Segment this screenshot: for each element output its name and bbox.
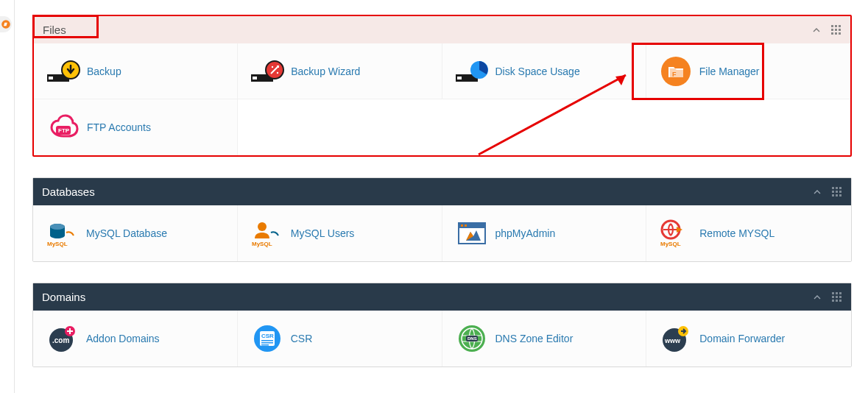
csr-icon: CSR xyxy=(248,324,286,353)
addon-domains-icon: .com xyxy=(43,324,82,353)
svg-point-7 xyxy=(272,66,273,67)
svg-rect-33 xyxy=(261,340,273,341)
item-csr[interactable]: CSR CSR xyxy=(238,311,442,367)
panel-domains-body: .com Addon Domains CSR CSR DNS DNS Zone … xyxy=(33,311,851,367)
svg-point-19 xyxy=(258,222,267,231)
main-content: Files Backup Backup Wizard xyxy=(32,15,852,367)
backup-icon xyxy=(44,57,82,86)
mysql-users-icon: MySQL xyxy=(248,219,286,248)
panel-domains-actions xyxy=(811,291,842,303)
item-file-manager[interactable]: F File Manager xyxy=(646,43,850,99)
item-disk-space-usage-label: Disk Space Usage xyxy=(495,66,580,77)
svg-text:.com: .com xyxy=(52,336,69,344)
cpanel-icon xyxy=(1,19,11,29)
item-ftp-accounts-label: FTP Accounts xyxy=(87,121,151,133)
svg-text:CSR: CSR xyxy=(261,333,274,339)
panel-databases: Databases MySQL MySQL Database MySQL xyxy=(32,177,852,262)
svg-rect-23 xyxy=(461,224,463,227)
item-domain-forwarder[interactable]: www Domain Forwarder xyxy=(646,311,851,367)
item-mysql-database[interactable]: MySQL MySQL Database xyxy=(33,205,238,261)
panel-files: Files Backup Backup Wizard xyxy=(32,15,852,157)
chevron-up-icon[interactable] xyxy=(811,186,823,198)
item-ftp-accounts[interactable]: FTP FTP Accounts xyxy=(34,99,238,155)
svg-rect-35 xyxy=(261,344,269,346)
panel-domains: Domains .com Addon Domains CSR CSR xyxy=(32,283,852,367)
item-backup-wizard[interactable]: Backup Wizard xyxy=(238,43,442,99)
svg-point-8 xyxy=(277,71,278,73)
item-domain-forwarder-label: Domain Forwarder xyxy=(699,333,785,344)
panel-databases-header[interactable]: Databases xyxy=(33,178,851,205)
disk-usage-icon xyxy=(453,57,491,86)
svg-point-17 xyxy=(50,224,65,230)
panel-domains-title: Domains xyxy=(42,291,85,303)
svg-text:MySQL: MySQL xyxy=(252,241,272,247)
item-file-manager-label: File Manager xyxy=(699,66,760,77)
mysql-database-icon: MySQL xyxy=(43,219,82,248)
ftp-accounts-icon: FTP xyxy=(44,113,82,142)
svg-rect-24 xyxy=(465,224,467,227)
svg-text:MySQL: MySQL xyxy=(47,241,68,247)
svg-rect-34 xyxy=(261,342,273,344)
domain-forwarder-icon: www xyxy=(657,324,695,353)
svg-rect-10 xyxy=(457,77,462,79)
phpmyadmin-icon xyxy=(453,219,491,248)
item-phpmyadmin-label: phpMyAdmin xyxy=(495,227,556,239)
svg-rect-2 xyxy=(49,77,53,79)
chevron-up-icon[interactable] xyxy=(811,24,822,36)
item-addon-domains[interactable]: .com Addon Domains xyxy=(33,311,238,367)
svg-text:www: www xyxy=(664,337,681,344)
backup-wizard-icon xyxy=(248,57,286,86)
panel-files-title: Files xyxy=(43,24,66,36)
chevron-up-icon[interactable] xyxy=(811,291,823,303)
item-disk-space-usage[interactable]: Disk Space Usage xyxy=(442,43,646,99)
panel-files-body: Backup Backup Wizard Disk Space Usage xyxy=(34,43,850,155)
drag-handle-icon[interactable] xyxy=(832,292,842,302)
item-dns-zone-editor[interactable]: DNS DNS Zone Editor xyxy=(442,311,647,367)
item-csr-label: CSR xyxy=(291,333,313,344)
drag-handle-icon[interactable] xyxy=(831,25,841,35)
remote-mysql-icon: MySQL xyxy=(657,219,695,248)
item-backup-wizard-label: Backup Wizard xyxy=(291,66,360,77)
item-addon-domains-label: Addon Domains xyxy=(86,333,160,344)
item-dns-zone-editor-label: DNS Zone Editor xyxy=(495,333,574,344)
panel-domains-header[interactable]: Domains xyxy=(33,283,851,311)
item-mysql-users-label: MySQL Users xyxy=(291,227,355,239)
panel-files-header[interactable]: Files xyxy=(34,16,850,43)
panel-files-actions xyxy=(811,24,841,36)
svg-text:MySQL: MySQL xyxy=(660,241,681,247)
item-backup-label: Backup xyxy=(87,66,121,77)
file-manager-icon: F xyxy=(657,57,695,86)
svg-text:FTP: FTP xyxy=(58,127,70,134)
panel-databases-title: Databases xyxy=(42,185,95,198)
svg-text:F: F xyxy=(672,71,677,78)
panel-databases-body: MySQL MySQL Database MySQL MySQL Users p… xyxy=(33,205,851,261)
drag-handle-icon[interactable] xyxy=(832,187,842,197)
svg-rect-5 xyxy=(253,77,257,79)
item-mysql-database-label: MySQL Database xyxy=(86,227,167,239)
panel-databases-actions xyxy=(811,186,842,198)
sidebar-cpanel-badge[interactable] xyxy=(0,16,12,32)
dns-zone-editor-icon: DNS xyxy=(453,324,491,353)
svg-text:DNS: DNS xyxy=(467,336,477,341)
item-remote-mysql[interactable]: MySQL Remote MYSQL xyxy=(646,205,851,261)
item-remote-mysql-label: Remote MYSQL xyxy=(699,227,775,239)
sidebar-strip xyxy=(0,0,15,393)
item-backup[interactable]: Backup xyxy=(34,43,238,99)
item-phpmyadmin[interactable]: phpMyAdmin xyxy=(442,205,647,261)
item-mysql-users[interactable]: MySQL MySQL Users xyxy=(238,205,442,261)
